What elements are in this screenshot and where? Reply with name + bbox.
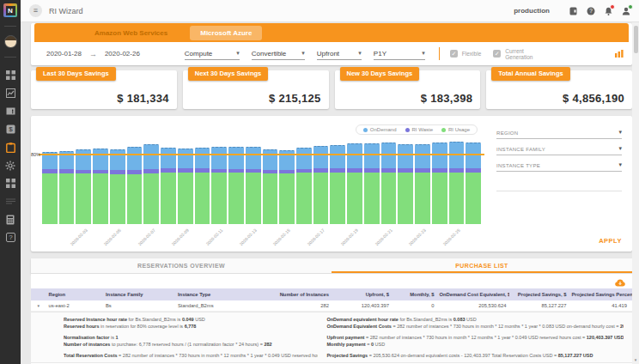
bar-2020-02-03[interactable]: [76, 149, 91, 224]
region-select[interactable]: REGION ▾: [496, 129, 622, 139]
service-select[interactable]: Compute▾: [185, 48, 240, 60]
bar-2020-02-06[interactable]: [127, 147, 143, 224]
segment-ondemand: [398, 144, 413, 168]
filter-row: 2020-01-28 → 2020-02-26 Compute▾ Convert…: [31, 42, 632, 65]
user-status-badge: [628, 4, 633, 9]
bar-2020-02-09[interactable]: [178, 149, 193, 224]
ri-wizard-icon[interactable]: [0, 138, 21, 156]
download-icon[interactable]: [615, 275, 625, 290]
settings-icon[interactable]: [0, 156, 21, 174]
analytics-icon[interactable]: [0, 84, 21, 102]
tab-purchase-list[interactable]: PURCHASE LIST: [332, 258, 632, 273]
instance-family-select[interactable]: INSTANCE FAMILY ▾: [496, 145, 622, 155]
segment-ri-usage: [143, 173, 159, 224]
scrollbar-thumb[interactable]: [634, 26, 638, 53]
chevron-down-icon: ▾: [618, 129, 622, 136]
apply-button[interactable]: APPLY: [599, 237, 622, 245]
date-from-input[interactable]: 2020-01-28: [46, 50, 82, 58]
filter-divider: [439, 47, 440, 60]
x-axis-labels: 2020-02-032020-02-052020-02-072020-02-09…: [42, 226, 481, 248]
segment-ondemand: [211, 147, 227, 169]
bar-2020-02-19[interactable]: [347, 143, 362, 224]
bar-2020-02-13[interactable]: [246, 147, 261, 224]
alerts-icon[interactable]: [0, 102, 21, 120]
term-select[interactable]: P1Y▾: [374, 48, 425, 60]
scrollbar-down-arrow[interactable]: ▾: [632, 357, 639, 362]
dashboard-icon[interactable]: [0, 66, 21, 84]
segment-ondemand: [246, 147, 261, 169]
segment-ondemand: [381, 143, 397, 168]
bar-2020-02-22[interactable]: [398, 144, 413, 224]
calculator-icon[interactable]: [0, 210, 21, 228]
segment-ri-usage: [110, 174, 125, 224]
bar-2020-02-02[interactable]: [59, 151, 75, 224]
bar-2020-02-07[interactable]: [143, 144, 159, 224]
segment-ri-usage: [398, 173, 413, 224]
instance-type-select[interactable]: INSTANCE TYPE ▾: [496, 161, 622, 172]
menu-button[interactable]: ≡: [29, 4, 42, 17]
chevron-down-icon: ▾: [618, 145, 622, 152]
bar-2020-02-10[interactable]: [195, 148, 210, 224]
row-detail-panel: Reserved Instance hour rate for Bs.Stand…: [31, 312, 632, 363]
bar-2020-02-08[interactable]: [161, 148, 176, 224]
bar-2020-02-23[interactable]: [415, 144, 430, 224]
bar-2020-02-15[interactable]: [279, 150, 295, 224]
help-icon[interactable]: ?: [587, 7, 595, 15]
flexible-checkbox[interactable]: ✓ Flexible: [450, 50, 481, 58]
bar-2020-02-01[interactable]: [42, 152, 58, 224]
bar-2020-02-18[interactable]: [330, 145, 345, 224]
apps-icon[interactable]: [0, 174, 21, 192]
bar-2020-02-12[interactable]: [228, 147, 244, 224]
bar-2020-02-17[interactable]: [313, 146, 329, 224]
segment-ri-usage: [313, 173, 329, 224]
savings-card-new-30-days: New 30 Days Savings $ 183,398: [335, 70, 481, 109]
bar-2020-02-11[interactable]: [211, 147, 227, 224]
segment-ri-usage: [347, 173, 362, 224]
environment-selector[interactable]: production: [514, 7, 550, 15]
segment-ondemand: [364, 143, 380, 168]
notifications-icon[interactable]: [605, 7, 612, 15]
segment-ondemand: [263, 149, 278, 170]
tab-amazon-web-services[interactable]: Amazon Web Services: [84, 26, 178, 40]
table-row[interactable]: ▾ us-east-2 Bs Standard_B2ms 282 120,403…: [31, 300, 632, 312]
segment-ri-usage: [246, 173, 261, 224]
reports-icon[interactable]: [0, 192, 21, 210]
tab-microsoft-azure[interactable]: Microsoft Azure: [190, 26, 262, 40]
costs-icon[interactable]: $: [0, 120, 21, 138]
checkbox-checked-icon: ✓: [450, 50, 458, 58]
segment-ondemand: [76, 149, 91, 170]
current-generation-checkbox[interactable]: ✓ Current Generation: [493, 48, 538, 60]
bar-2020-02-14[interactable]: [263, 149, 278, 224]
svg-text:?: ?: [589, 8, 593, 14]
bar-2020-02-05[interactable]: [110, 149, 125, 224]
row-collapse-icon[interactable]: ▾: [31, 303, 46, 308]
user-icon[interactable]: [622, 7, 630, 15]
vertical-scrollbar[interactable]: ▾: [632, 22, 639, 364]
bar-2020-02-04[interactable]: [93, 149, 108, 224]
detail-calculations-right: OnDemand equivalent hour rate for Bs.Sta…: [326, 316, 624, 359]
segment-ondemand: [415, 144, 430, 168]
date-to-input[interactable]: 2020-02-26: [105, 50, 140, 58]
chart-view-icon[interactable]: [615, 50, 624, 58]
payment-option-select[interactable]: Upfront▾: [317, 48, 362, 60]
segment-ondemand: [110, 149, 125, 170]
card-badge: Total Annual Savings: [491, 67, 569, 81]
segment-ondemand: [313, 146, 329, 168]
segment-ondemand: [143, 144, 159, 169]
segment-ri-usage: [279, 173, 295, 224]
org-icon[interactable]: [569, 7, 577, 15]
ri-wizard-screen: N $ ? ≡ RI Wizard production ? Amazon We…: [0, 0, 639, 364]
card-value: $ 215,125: [269, 92, 321, 105]
support-icon[interactable]: ?: [0, 228, 21, 246]
sidebar-divider: [4, 26, 16, 27]
segment-ri-usage: [93, 173, 108, 224]
tab-reservations-overview[interactable]: RESERVATIONS OVERVIEW: [31, 258, 332, 273]
bar-2020-02-20[interactable]: [364, 143, 380, 224]
legend-item-ri-waste: RI Waste: [405, 127, 433, 132]
offering-class-select[interactable]: Convertible▾: [252, 48, 305, 60]
user-avatar[interactable]: [4, 35, 17, 48]
card-value: $ 181,334: [117, 92, 169, 105]
bar-2020-02-16[interactable]: [296, 148, 312, 224]
app-logo[interactable]: N: [3, 3, 17, 17]
sidebar-divider: [4, 57, 16, 58]
